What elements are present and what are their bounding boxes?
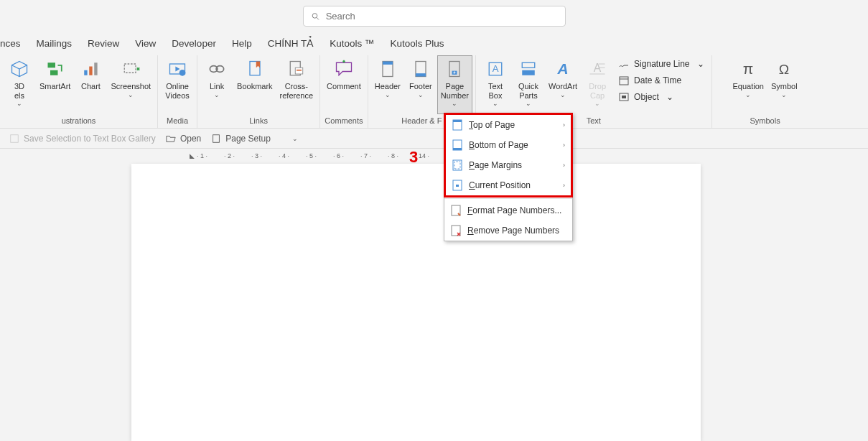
label: Page Number (441, 82, 469, 100)
chevron-right-icon: › (563, 182, 565, 189)
header-icon (376, 57, 399, 80)
horizontal-ruler[interactable]: ◣ · 1 ·· 2 ·· 3 ·· 4 ·· 5 ·· 6 ·· 7 ·· 8… (0, 149, 868, 163)
cmd-wordart[interactable]: A WordArt ⌄ (545, 55, 581, 114)
search-input[interactable] (326, 11, 558, 22)
menu-current-position[interactable]: Current Position › (446, 175, 571, 195)
cmd-online-videos[interactable]: Online Videos (161, 55, 194, 114)
label: Date & Time (634, 75, 681, 85)
cmd-object[interactable]: Object ⌄ (617, 90, 705, 104)
save-icon (9, 134, 19, 144)
cmd-smartart[interactable]: SmartArt (36, 55, 74, 114)
menu-format-page-numbers[interactable]: Format Page Numbers... (444, 200, 572, 220)
cmd-symbol[interactable]: Ω Symbol ⌄ (767, 55, 801, 114)
group-label: Links (200, 114, 317, 128)
cmd-date-time[interactable]: Date & Time (617, 73, 705, 88)
chevron-down-icon: ⌄ (418, 91, 424, 98)
svg-line-1 (317, 17, 319, 19)
label: Text Box (488, 82, 503, 100)
calendar-icon (618, 75, 630, 86)
cmd-signature-line[interactable]: Signature Line ⌄ (617, 57, 705, 71)
svg-text:A: A (556, 60, 568, 77)
label: Drop Cap (589, 82, 606, 100)
cmd-save-selection: Save Selection to Text Box Gallery (9, 134, 156, 144)
cube-icon (8, 57, 31, 80)
tab-kutools-plus[interactable]: Kutools Plus (390, 38, 444, 49)
group-illustrations: 3D els ⌄ SmartArt Chart Screenshot ⌄ ust… (0, 55, 158, 128)
svg-rect-28 (522, 70, 535, 75)
annotation-number: 3 (409, 148, 418, 167)
group-label: ustrations (3, 114, 154, 128)
tab-help[interactable]: Help (232, 38, 252, 49)
menu-top-of-page[interactable]: Top of Page › (446, 115, 571, 135)
annotation-highlight: Top of Page › Bottom of Page › Page Marg… (444, 113, 573, 198)
label: Online Videos (165, 82, 189, 100)
tab-review[interactable]: Review (88, 38, 119, 49)
cmd-drop-cap[interactable]: A Drop Cap ⌄ (581, 55, 614, 114)
label: Signature Line (634, 59, 689, 69)
cmd-screenshot[interactable]: Screenshot ⌄ (107, 55, 154, 114)
cmd-page-setup[interactable]: Page Setup ⌄ (211, 134, 298, 144)
label: Symbol (771, 82, 798, 91)
search-icon (311, 11, 320, 22)
object-icon (618, 91, 630, 103)
tab-kutools[interactable]: Kutools ™ (330, 38, 374, 49)
tab-view[interactable]: View (135, 38, 156, 49)
tab-mailings[interactable]: Mailings (37, 38, 73, 49)
screenshot-icon (119, 57, 142, 80)
label: Save Selection to Text Box Gallery (24, 134, 156, 144)
menu-page-margins[interactable]: Page Margins › (446, 155, 571, 175)
footer-icon (409, 57, 432, 80)
cmd-comment[interactable]: Comment (323, 55, 365, 114)
cmd-link[interactable]: Link ⌄ (200, 55, 233, 114)
cmd-chart[interactable]: Chart (74, 55, 107, 114)
chevron-down-icon: ⌄ (214, 91, 220, 98)
chart-icon (79, 57, 102, 80)
menu-bottom-of-page[interactable]: Bottom of Page › (446, 135, 571, 155)
tab-chinh-ta[interactable]: CHÍNH TẢ (268, 37, 314, 49)
search-box[interactable] (303, 6, 566, 27)
label: Comment (327, 82, 361, 91)
label: Cross- reference (280, 82, 313, 100)
page-number-dropdown: Top of Page › Bottom of Page › Page Marg… (444, 113, 573, 241)
signature-icon (618, 58, 630, 70)
wordart-icon: A (551, 57, 574, 80)
label: Chart (81, 82, 101, 91)
svg-rect-41 (213, 134, 220, 142)
document-page[interactable] (131, 164, 701, 441)
svg-point-0 (312, 13, 317, 18)
folder-open-icon (166, 134, 176, 144)
chevron-down-icon: ⌄ (697, 59, 704, 69)
smartart-icon (44, 57, 67, 80)
label: 3D els (14, 82, 24, 100)
cmd-cross-reference[interactable]: Cross- reference (276, 55, 317, 114)
cmd-equation[interactable]: π Equation ⌄ (729, 55, 767, 114)
group-label: Media (161, 114, 194, 128)
tab-developer[interactable]: Developer (172, 38, 216, 49)
chevron-down-icon: ⌄ (17, 100, 22, 107)
chevron-right-icon: › (563, 162, 565, 169)
link-icon (205, 57, 228, 80)
group-label: Comments (323, 114, 365, 128)
ribbon-tabs: nces Mailings Review View Developer Help… (0, 32, 868, 54)
cmd-open[interactable]: Open (166, 134, 201, 144)
drop-cap-icon: A (586, 57, 609, 80)
cmd-footer[interactable]: Footer ⌄ (404, 55, 437, 114)
cmd-bookmark[interactable]: Bookmark (233, 55, 276, 114)
page-number-icon: # (443, 57, 466, 80)
group-symbols: π Equation ⌄ Ω Symbol ⌄ Symbols (727, 55, 804, 128)
tab-references[interactable]: nces (0, 38, 21, 49)
chevron-down-icon: ⌄ (493, 100, 498, 107)
svg-rect-27 (522, 62, 535, 68)
cmd-quick-parts[interactable]: Quick Parts ⌄ (512, 55, 545, 114)
page-top-icon (452, 119, 463, 131)
label: Open (180, 134, 201, 144)
video-icon (166, 57, 189, 80)
label: Link (210, 82, 224, 91)
cmd-page-number[interactable]: # Page Number ⌄ (437, 55, 472, 114)
menu-remove-page-numbers[interactable]: Remove Page Numbers (444, 220, 572, 241)
cmd-header[interactable]: Header ⌄ (371, 55, 404, 114)
label: Bookmark (237, 82, 273, 91)
cmd-3d-models[interactable]: 3D els ⌄ (3, 55, 36, 114)
cmd-text-box[interactable]: A Text Box ⌄ (479, 55, 512, 114)
chevron-down-icon: ⌄ (781, 91, 787, 98)
